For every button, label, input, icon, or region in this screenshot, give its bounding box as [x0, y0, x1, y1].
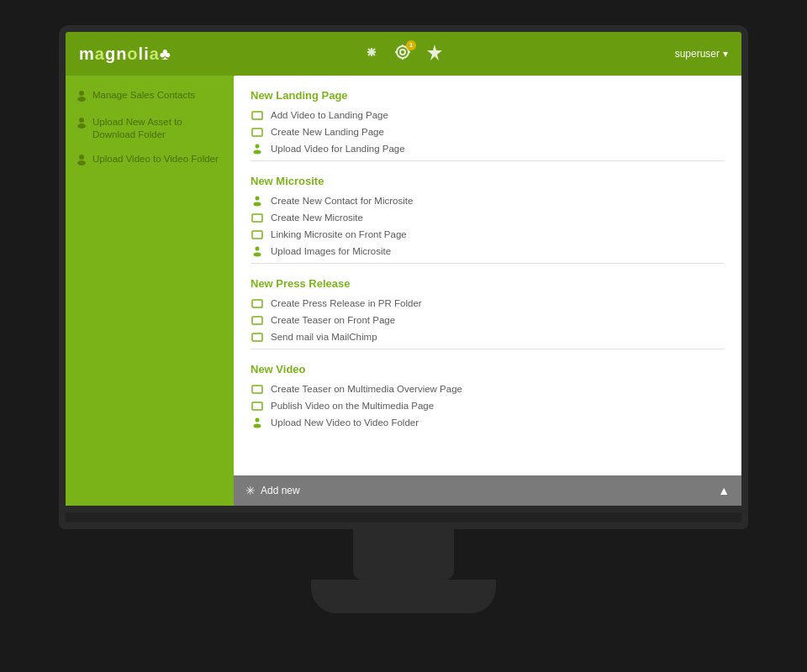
- sidebar-item-label-2: Upload New Asset to Download Folder: [92, 116, 224, 141]
- svg-point-19: [254, 150, 261, 155]
- bottom-bar: ✳ Add new ▲: [234, 475, 741, 506]
- monitor-stand-base: [311, 580, 496, 613]
- section-items-press: Create Press Release in PR Folder Create…: [251, 298, 725, 342]
- main-area: Manage Sales Contacts Upload New Asset t…: [66, 76, 741, 506]
- svg-point-20: [256, 197, 260, 201]
- section-new-video: New Video Create Teaser on Multimedia Ov…: [251, 363, 725, 428]
- section-title-landing: New Landing Page: [251, 89, 725, 102]
- task-send-mailchimp[interactable]: Send mail via MailChimp: [251, 332, 725, 342]
- sidebar-item-label-3: Upload Video to Video Folder: [92, 153, 219, 165]
- svg-point-24: [256, 247, 260, 251]
- svg-rect-22: [252, 214, 262, 222]
- task-text-2: Create New Landing Page: [271, 127, 384, 137]
- svg-point-5: [400, 50, 405, 55]
- svg-point-11: [77, 97, 86, 102]
- task-create-landing[interactable]: Create New Landing Page: [251, 127, 725, 137]
- task-create-microsite[interactable]: Create New Microsite: [251, 213, 725, 223]
- person-icon-4: [251, 144, 264, 154]
- svg-point-32: [254, 424, 261, 428]
- svg-rect-17: [252, 129, 262, 136]
- svg-rect-30: [252, 402, 262, 410]
- sidebar-item-upload-video[interactable]: Upload Video to Video Folder: [76, 153, 224, 168]
- section-title-microsite: New Microsite: [251, 175, 725, 187]
- add-new-button[interactable]: ✳ Add new: [245, 484, 300, 497]
- task-text-4: Create New Contact for Microsite: [271, 196, 413, 206]
- person-icon-2: [76, 117, 87, 131]
- task-text-7: Upload Images for Microsite: [271, 246, 391, 256]
- person-icon: [76, 90, 87, 104]
- monitor-bezel: [59, 512, 748, 529]
- task-text-13: Upload New Video to Video Folder: [271, 417, 419, 428]
- task-upload-new-video[interactable]: Upload New Video to Video Folder: [251, 417, 725, 428]
- svg-point-12: [79, 118, 84, 123]
- section-new-microsite: New Microsite Create New: [251, 175, 725, 264]
- task-contact-microsite[interactable]: Create New Contact for Microsite: [251, 196, 725, 206]
- logo: magnolia♣: [79, 45, 171, 64]
- page-icon: [251, 110, 264, 120]
- sidebar: Manage Sales Contacts Upload New Asset t…: [66, 76, 234, 506]
- section-title-press: New Press Release: [251, 277, 725, 290]
- page-icon-3: [251, 213, 264, 223]
- monitor-screen: magnolia♣: [59, 25, 748, 512]
- tools-icon[interactable]: [363, 44, 380, 65]
- page-icon-7: [251, 332, 264, 342]
- page-icon-9: [251, 401, 264, 411]
- task-upload-video-landing[interactable]: Upload Video for Landing Page: [251, 144, 725, 154]
- pulse-icon[interactable]: [425, 43, 444, 66]
- divider-2: [251, 263, 725, 264]
- task-link-microsite[interactable]: Linking Microsite on Front Page: [251, 229, 725, 239]
- svg-point-10: [79, 91, 84, 96]
- topbar: magnolia♣: [66, 32, 741, 76]
- task-text-8: Create Press Release in PR Folder: [271, 298, 422, 308]
- svg-rect-27: [252, 317, 262, 324]
- add-new-icon: ✳: [245, 484, 256, 497]
- section-new-press-release: New Press Release Create Press Release i…: [251, 277, 725, 349]
- add-new-label: Add new: [261, 485, 300, 496]
- page-icon-5: [251, 298, 264, 308]
- task-teaser-multimedia[interactable]: Create Teaser on Multimedia Overview Pag…: [251, 384, 725, 394]
- section-title-video: New Video: [251, 363, 725, 375]
- svg-point-25: [254, 253, 261, 257]
- svg-rect-29: [252, 386, 262, 393]
- svg-rect-23: [252, 231, 262, 239]
- svg-point-13: [77, 123, 86, 129]
- sidebar-item-upload-asset[interactable]: Upload New Asset to Download Folder: [76, 116, 224, 141]
- page-icon-4: [251, 229, 264, 239]
- task-publish-video[interactable]: Publish Video on the Multimedia Page: [251, 401, 725, 411]
- topbar-user[interactable]: superuser ▾: [675, 48, 728, 60]
- svg-point-31: [256, 418, 260, 423]
- sidebar-item-label: Manage Sales Contacts: [92, 89, 195, 102]
- task-upload-images-microsite[interactable]: Upload Images for Microsite: [251, 246, 725, 256]
- svg-point-15: [77, 160, 86, 165]
- svg-rect-28: [252, 333, 262, 341]
- task-add-video-landing[interactable]: Add Video to Landing Page: [251, 110, 725, 120]
- monitor-stand-neck: [353, 529, 454, 580]
- person-icon-5: [251, 196, 264, 206]
- task-create-pr-folder[interactable]: Create Press Release in PR Folder: [251, 298, 725, 308]
- task-text-10: Send mail via MailChimp: [271, 332, 377, 342]
- task-text-12: Publish Video on the Multimedia Page: [271, 401, 434, 411]
- section-items-landing: Add Video to Landing Page Create New Lan…: [251, 110, 725, 154]
- page-icon-2: [251, 127, 264, 137]
- person-icon-6: [251, 246, 264, 256]
- task-text-6: Linking Microsite on Front Page: [271, 229, 407, 239]
- task-text-5: Create New Microsite: [271, 213, 363, 223]
- divider: [251, 160, 725, 161]
- person-icon-3: [76, 154, 87, 168]
- task-create-teaser[interactable]: Create Teaser on Front Page: [251, 315, 725, 325]
- task-text: Add Video to Landing Page: [271, 110, 388, 120]
- collapse-arrow-icon[interactable]: ▲: [718, 484, 730, 497]
- page-icon-6: [251, 315, 264, 325]
- section-items-video: Create Teaser on Multimedia Overview Pag…: [251, 384, 725, 428]
- monitor-wrapper: magnolia♣: [42, 25, 765, 647]
- person-icon-7: [251, 417, 264, 428]
- topbar-icons: 1: [363, 43, 444, 66]
- task-text-9: Create Teaser on Front Page: [271, 315, 395, 325]
- content-panel: New Landing Page Add Video to Landing Pa…: [234, 76, 741, 475]
- task-text-3: Upload Video for Landing Page: [271, 144, 405, 154]
- svg-rect-26: [252, 300, 262, 307]
- svg-point-14: [79, 155, 84, 160]
- section-new-landing-page: New Landing Page Add Video to Landing Pa…: [251, 89, 725, 161]
- sidebar-item-manage-sales[interactable]: Manage Sales Contacts: [76, 89, 224, 104]
- settings-badge-icon[interactable]: 1: [393, 43, 412, 66]
